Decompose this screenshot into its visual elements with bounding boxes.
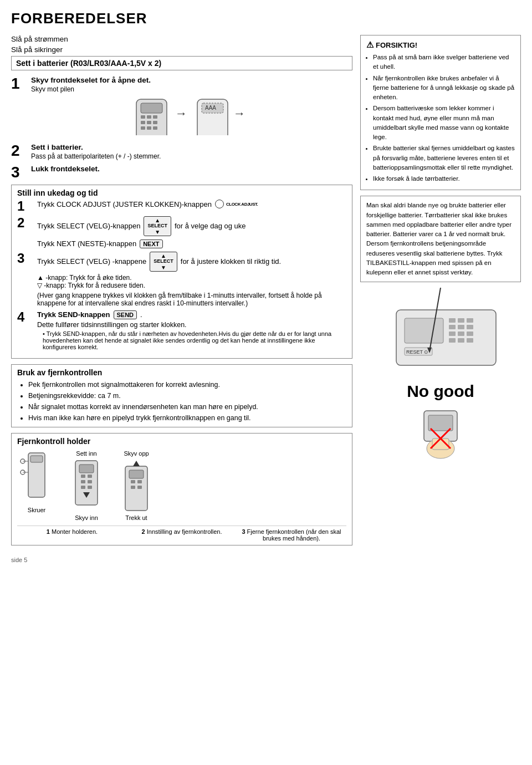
holder-sett-inn: Sett inn Skyv inn: [67, 450, 106, 521]
remote-diagram-svg: → AAA →: [131, 96, 253, 135]
select-label-2: SELECT: [147, 223, 167, 229]
next-btn: NEXT: [140, 239, 162, 248]
svg-rect-28: [81, 486, 85, 489]
holder-skruer-svg: [17, 450, 56, 506]
holder-skruer: Skruer: [17, 450, 56, 513]
time-step-4-text: Dette fullfører tidsinnstillingen og sta…: [37, 321, 346, 329]
time-step-3-num: 3: [17, 252, 33, 265]
svg-rect-10: [153, 126, 157, 130]
select-down-icon: ▼: [155, 229, 160, 235]
svg-rect-46: [449, 332, 456, 336]
time-step-4-title: Trykk SEND-knappen: [37, 310, 110, 319]
time-step-1-num: 1: [17, 200, 33, 213]
select-btn-3: ▲ SELECT ▼: [150, 252, 177, 272]
holder-skyv-inn-label: Skyv inn: [67, 514, 106, 521]
step-1-title: Skyv frontdekselet for å åpne det.: [31, 76, 352, 84]
time-section: Still inn ukedag og tid 1 Trykk CLOCK AD…: [11, 185, 352, 359]
remote-item-2: Betjeningsrekkevidde: ca 7 m.: [28, 390, 346, 401]
time-step-4-content: Trykk SEND-knappen SEND . Dette fullføre…: [37, 310, 346, 350]
holder-skyv-svg: [117, 458, 156, 513]
time-step-2-text: Trykk SELECT (VELG)-knappen: [37, 222, 140, 230]
step-3-title: Lukk frontdekselet.: [31, 165, 352, 173]
svg-rect-4: [153, 115, 157, 119]
select-label-3: SELECT: [154, 259, 173, 264]
holder-footer-step-2: 2 Innstilling av fjernkontrollen.: [127, 528, 237, 535]
time-step-4-note: • Trykk SEND-knappen, når du står i nærh…: [43, 330, 346, 350]
svg-rect-23: [79, 465, 94, 473]
warning-title: ⚠ FORSIKTIG!: [366, 40, 515, 50]
svg-rect-44: [458, 325, 464, 329]
warning-item-3: Dersom batterivæske som lekker kommer i …: [373, 104, 515, 142]
svg-text:RESET ⊙: RESET ⊙: [406, 349, 428, 355]
svg-rect-17: [30, 456, 43, 462]
svg-rect-2: [141, 115, 145, 119]
svg-rect-7: [153, 121, 157, 124]
prep-item-1: Slå på strømmen: [11, 35, 352, 43]
step-3-num: 3: [11, 165, 27, 180]
step-1-sub: Skyv mot pilen: [31, 85, 352, 93]
step-1-row: 1 Skyv frontdekselet for å åpne det. Sky…: [11, 76, 352, 139]
svg-rect-8: [141, 126, 145, 130]
warning-item-2: Når fjernkontrollen ikke brukes anbefale…: [373, 74, 515, 103]
time-note-3: (Hver gang knappene trykkes vil klokken …: [37, 292, 346, 307]
time-step-1-text: Trykk CLOCK ADJUST (JUSTER KLOKKEN)-knap…: [37, 200, 212, 208]
svg-rect-40: [449, 318, 456, 323]
svg-text:AAA: AAA: [205, 105, 216, 111]
battery-diagram: → AAA →: [31, 96, 352, 135]
time-step-3-text: Trykk SELECT (VELG) -knappene: [37, 257, 146, 266]
time-step-1-content: Trykk CLOCK ADJUST (JUSTER KLOKKEN)-knap…: [37, 200, 346, 208]
no-good-text: No good: [360, 382, 521, 401]
svg-rect-47: [458, 332, 464, 336]
warning-item-1: Pass på at små barn ikke svelger batteri…: [373, 53, 515, 72]
prep-item-2: Slå på sikringer: [11, 45, 352, 54]
svg-rect-1: [141, 103, 162, 113]
time-step-2-content: Trykk SELECT (VELG)-knappen ▲ SELECT ▼ f…: [37, 216, 346, 236]
svg-rect-49: [449, 338, 456, 343]
svg-rect-24: [81, 475, 85, 478]
time-note-1: ▲ -knapp: Trykk for å øke tiden.: [37, 274, 346, 282]
step-3-content: Lukk frontdekselet.: [31, 165, 352, 174]
clock-btn-label: CLOCK ADJUST.: [226, 202, 258, 207]
reset-svg: RESET ⊙: [374, 288, 507, 376]
remote-item-3: Når signalet mottas korrekt av innendørs…: [28, 401, 346, 412]
time-step-1: 1 Trykk CLOCK ADJUST (JUSTER KLOKKEN)-kn…: [17, 200, 346, 213]
svg-rect-45: [467, 325, 473, 329]
time-step-4-num: 4: [17, 310, 33, 324]
step-3-row: 3 Lukk frontdekselet.: [11, 165, 352, 180]
holder-sett-inn-label: Sett inn: [67, 450, 106, 457]
time-section-title: Still inn ukedag og tid: [17, 188, 346, 197]
time-step-next: Trykk NEXT (NESTE)-knappen NEXT: [37, 239, 346, 248]
svg-rect-51: [467, 338, 473, 343]
remote-item-1: Pek fjernkontrollen mot signalmottakeren…: [28, 379, 346, 390]
time-step-next-text: Trykk NEXT (NESTE)-knappen: [37, 239, 136, 248]
time-step-3: 3 Trykk SELECT (VELG) -knappene ▲ SELECT…: [17, 252, 346, 272]
svg-rect-50: [458, 338, 464, 343]
svg-text:→: →: [233, 106, 245, 120]
holder-sett-svg: [67, 458, 106, 513]
svg-text:→: →: [175, 106, 187, 120]
svg-rect-3: [147, 115, 151, 119]
step-1-num: 1: [11, 76, 27, 91]
remote-section-title: Bruk av fjernkontrollen: [17, 368, 346, 377]
svg-rect-32: [129, 470, 144, 478]
holder-footer-step-3: 3 Fjerne fjernkontrollen (når den skal b…: [237, 528, 346, 542]
holder-footer-step-1: 1 Monter holderen.: [17, 528, 127, 535]
time-step-2-num: 2: [17, 216, 33, 230]
step-2-sub: Pass på at batteripolariteten (+ / -) st…: [31, 152, 352, 160]
select-down-icon-3: ▼: [161, 264, 166, 271]
prep-item-3: Sett i batterier (R03/LR03/AAA-1,5V x 2): [11, 56, 352, 70]
holder-section: Fjernkontroll holder Skruer: [11, 433, 352, 545]
svg-rect-9: [147, 126, 151, 130]
svg-rect-48: [467, 332, 473, 336]
holder-skyv-opp-label: Skyv opp: [117, 450, 156, 457]
no-good-diagram: [360, 405, 521, 461]
svg-rect-6: [147, 121, 151, 124]
svg-rect-26: [81, 480, 85, 483]
page-title: FORBEREDELSER: [11, 10, 521, 27]
clock-adjust-btn: CLOCK ADJUST.: [215, 200, 258, 208]
warning-icon: ⚠: [366, 40, 374, 50]
svg-rect-43: [449, 325, 456, 329]
time-note-2: ▽ -knapp: Trykk for å redusere tiden.: [37, 282, 346, 289]
time-step-2-suffix: for å velge dag og uke: [175, 222, 246, 230]
holder-trekk-ut-label: Trekk ut: [117, 514, 156, 521]
